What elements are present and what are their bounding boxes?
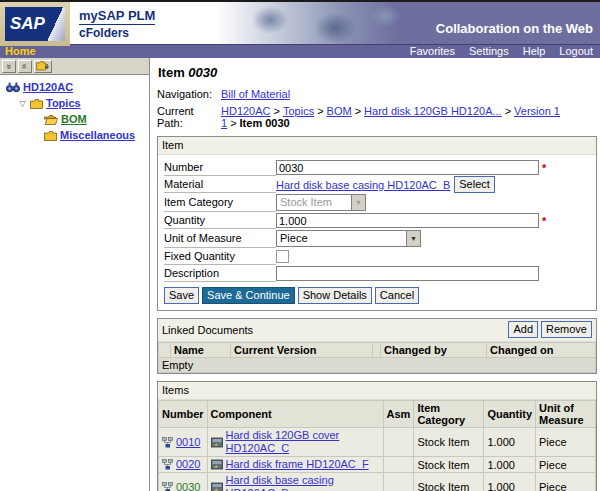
fixed-quantity-row: Fixed Quantity	[164, 248, 590, 265]
asm-cell	[383, 457, 414, 473]
crumb-document[interactable]: Hard disk 120GB HD120A...	[364, 105, 502, 117]
tree-item-bom[interactable]: BOM	[4, 113, 147, 126]
tree-link-hd120ac[interactable]: HD120AC	[23, 81, 73, 94]
tree-link-miscellaneous[interactable]: Miscellaneous	[60, 129, 135, 142]
component-link[interactable]: Hard disk 120GB cover HD120AC_C	[226, 429, 380, 455]
crumb-bom[interactable]: BOM	[327, 105, 352, 117]
tree-item-collaboration[interactable]: HD120AC	[4, 81, 147, 94]
item-category-column-header: Item Category	[414, 401, 484, 428]
settings-link[interactable]: Settings	[469, 45, 509, 58]
item-form: Number * Material Hard disk base casing …	[158, 155, 596, 310]
navigation-sidebar: » »	[0, 58, 150, 491]
changed-by-column-header: Changed by	[381, 343, 487, 358]
help-link[interactable]: Help	[523, 45, 546, 58]
current-path-row: Current Path: HD120AC>Topics>BOM>Hard di…	[157, 105, 597, 129]
page-title-number: 0030	[188, 65, 217, 80]
product-name: mySAP PLM	[79, 8, 155, 25]
items-title-text: Items	[162, 384, 189, 396]
fixed-quantity-label: Fixed Quantity	[164, 248, 276, 265]
item-category-select: Stock Item ▼	[276, 194, 366, 211]
items-title: Items	[158, 382, 596, 400]
fixed-quantity-checkbox[interactable]	[276, 250, 289, 263]
material-link[interactable]: Hard disk base casing HD120AC_B	[276, 179, 450, 191]
asm-column-header: Asm	[383, 401, 414, 428]
uom-label: Unit of Measure	[164, 229, 276, 248]
expand-all-button[interactable]: »	[18, 60, 32, 73]
component-icon	[211, 437, 223, 448]
folder-down-button[interactable]	[34, 60, 52, 73]
crumb-separator: >	[317, 105, 323, 117]
hierarchy-icon	[162, 459, 173, 470]
linked-documents-table: Name Current Version Changed by Changed …	[158, 342, 596, 373]
asm-cell	[383, 473, 414, 491]
breadcrumb: HD120AC>Topics>BOM>Hard disk 120GB HD120…	[221, 105, 597, 129]
spacer-column-header	[373, 343, 381, 358]
table-row-current: 0030 Hard disk base casing HD120AC_B Sto…	[159, 473, 596, 491]
checkbox-column-header	[159, 343, 171, 358]
table-row: 0010 Hard disk 120GB cover HD120AC_C Sto…	[159, 428, 596, 457]
linked-documents-section: Linked Documents Add Remove Name Current…	[157, 318, 597, 374]
crumb-separator: >	[355, 105, 361, 117]
item-category-cell: Stock Item	[414, 457, 484, 473]
quantity-input[interactable]	[276, 213, 539, 228]
sap-logo-text: SAP	[5, 14, 45, 34]
tree-link-topics[interactable]: Topics	[46, 97, 81, 110]
add-document-button[interactable]: Add	[508, 321, 538, 338]
table-row: 0020 Hard disk frame HD120AC_F Stock Ite…	[159, 457, 596, 473]
crumb-separator: >	[230, 117, 236, 129]
crumb-topics[interactable]: Topics	[283, 105, 314, 117]
cancel-button[interactable]: Cancel	[375, 287, 419, 304]
tree-item-miscellaneous[interactable]: Miscellaneous	[4, 129, 147, 142]
material-row: Material Hard disk base casing HD120AC_B…	[164, 176, 590, 193]
expander-triangle-icon[interactable]: ▽	[18, 97, 27, 110]
item-number-link[interactable]: 0010	[176, 436, 200, 449]
component-icon	[211, 482, 223, 491]
dropdown-arrow-icon: ▼	[406, 231, 420, 246]
logout-link[interactable]: Logout	[559, 45, 593, 58]
menu-bar: Home Favorites Settings Help Logout	[0, 44, 600, 58]
folder-icon	[30, 99, 43, 109]
hierarchy-icon	[162, 437, 173, 448]
linked-documents-title: Linked Documents Add Remove	[158, 319, 596, 342]
description-input[interactable]	[276, 266, 539, 281]
item-number-link[interactable]: 0020	[176, 458, 200, 471]
save-button[interactable]: Save	[164, 287, 199, 304]
show-details-button[interactable]: Show Details	[298, 287, 372, 304]
top-banner: SAP mySAP PLM cFolders Collaboration on …	[0, 0, 600, 44]
uom-select[interactable]: Piece ▼	[276, 230, 421, 247]
item-category-label: Item Category	[164, 193, 276, 212]
current-version-column-header: Current Version	[231, 343, 373, 358]
component-link[interactable]: Hard disk frame HD120AC_F	[226, 458, 369, 471]
navigation-label: Navigation:	[157, 88, 221, 100]
sap-logo: SAP	[5, 7, 65, 41]
folder-down-icon	[36, 61, 50, 71]
folder-icon	[44, 131, 57, 141]
number-input[interactable]	[276, 160, 539, 175]
item-number-link-current[interactable]: 0030	[176, 481, 200, 491]
changed-on-column-header: Changed on	[487, 343, 596, 358]
quantity-cell: 1.000	[484, 457, 536, 473]
table-row: Empty	[159, 358, 596, 373]
select-material-button[interactable]: Select	[454, 176, 495, 193]
collapse-all-button[interactable]: »	[2, 60, 16, 73]
uom-cell: Piece	[536, 428, 596, 457]
uom-cell: Piece	[536, 457, 596, 473]
home-link[interactable]: Home	[5, 45, 36, 58]
save-and-continue-button[interactable]: Save & Continue	[202, 287, 295, 304]
crumb-hd120ac[interactable]: HD120AC	[221, 105, 271, 117]
bill-of-material-link[interactable]: Bill of Material	[221, 88, 290, 100]
quantity-cell: 1.000	[484, 473, 536, 491]
remove-document-button[interactable]: Remove	[541, 321, 592, 338]
tree-link-bom[interactable]: BOM	[61, 113, 87, 126]
quantity-column-header: Quantity	[484, 401, 536, 428]
binoculars-icon	[6, 82, 20, 93]
navigation-row: Navigation: Bill of Material	[157, 88, 597, 100]
page-title: Item 0030	[158, 65, 597, 80]
number-column-header: Number	[159, 401, 208, 428]
main-content: Item 0030 Navigation: Bill of Material C…	[150, 58, 600, 491]
item-section-title: Item	[158, 137, 596, 155]
favorites-link[interactable]: Favorites	[410, 45, 455, 58]
uom-row: Unit of Measure Piece ▼	[164, 229, 590, 248]
tree-item-topics[interactable]: ▽ Topics	[4, 97, 147, 110]
component-link[interactable]: Hard disk base casing HD120AC_B	[226, 474, 380, 491]
